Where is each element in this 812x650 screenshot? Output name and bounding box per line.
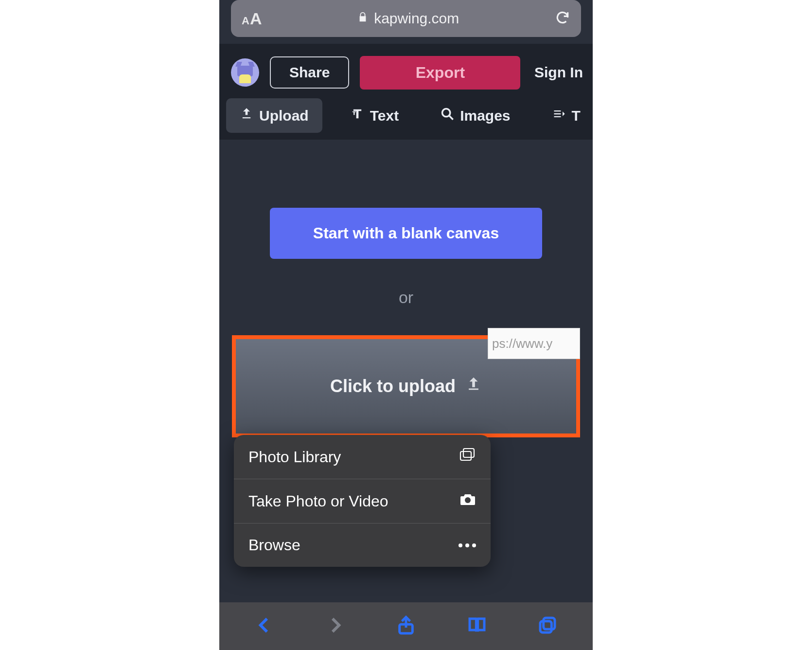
more-icon (459, 543, 476, 547)
url-placeholder-text: ps://www.y (492, 336, 552, 351)
svg-rect-6 (544, 618, 555, 629)
svg-point-0 (442, 109, 450, 117)
phone-frame: AA kapwing.com Share Export Sign In Uplo… (219, 0, 593, 650)
or-separator: or (219, 288, 593, 307)
list-icon (552, 107, 566, 124)
tab-upload[interactable]: Upload (226, 98, 322, 133)
photo-library-icon (459, 448, 476, 466)
tab-text-label: Text (370, 108, 399, 124)
lock-icon (357, 10, 368, 27)
svg-rect-7 (540, 621, 551, 632)
browser-tabs-button[interactable] (538, 615, 557, 637)
tab-more-truncated[interactable]: T (539, 98, 581, 133)
tab-images-label: Images (460, 108, 510, 124)
tab-text[interactable]: Text (337, 98, 412, 133)
svg-rect-2 (463, 449, 474, 457)
click-to-upload-label: Click to upload (330, 376, 456, 397)
address-bar-domain[interactable]: kapwing.com (262, 10, 555, 27)
sheet-item-browse[interactable]: Browse (234, 524, 491, 567)
share-button[interactable]: Share (270, 56, 349, 89)
upload-arrow-icon (465, 376, 482, 397)
tab-images[interactable]: Images (427, 98, 524, 133)
reload-icon[interactable] (555, 10, 570, 27)
search-icon (441, 107, 454, 124)
export-button[interactable]: Export (360, 56, 520, 90)
sheet-item-take-photo[interactable]: Take Photo or Video (234, 479, 491, 524)
avatar[interactable] (231, 58, 259, 87)
sheet-item-label: Photo Library (248, 448, 341, 466)
toolbar: Upload Text Images T (219, 92, 593, 140)
browser-bottom-bar (219, 602, 593, 650)
app-header: Share Export Sign In (219, 44, 593, 92)
svg-point-4 (465, 497, 471, 503)
browser-bookmarks-button[interactable] (467, 615, 487, 637)
paste-url-input[interactable]: ps://www.y (488, 328, 580, 359)
main-content: Start with a blank canvas or Click to up… (219, 140, 593, 437)
tab-upload-label: Upload (259, 108, 309, 124)
sheet-item-label: Browse (248, 536, 300, 554)
start-blank-canvas-button[interactable]: Start with a blank canvas (270, 208, 542, 259)
svg-rect-3 (460, 451, 471, 460)
upload-icon (240, 107, 253, 124)
tab-truncated-label: T (572, 108, 581, 124)
browser-share-button[interactable] (396, 615, 416, 637)
browser-forward-button (325, 615, 345, 637)
browser-address-bar[interactable]: AA kapwing.com (231, 0, 581, 37)
sign-in-link[interactable]: Sign In (534, 64, 583, 81)
text-size-control[interactable]: AA (242, 9, 262, 28)
browser-back-button[interactable] (255, 615, 274, 637)
sheet-item-photo-library[interactable]: Photo Library (234, 435, 491, 479)
text-icon (351, 107, 364, 124)
svg-line-1 (449, 116, 453, 120)
sheet-item-label: Take Photo or Video (248, 492, 388, 510)
domain-text: kapwing.com (374, 10, 459, 27)
file-picker-sheet: Photo Library Take Photo or Video Browse (234, 435, 491, 567)
camera-icon (459, 492, 476, 510)
